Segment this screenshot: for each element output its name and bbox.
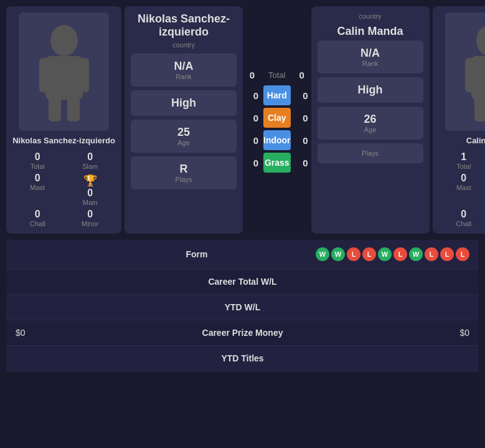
right-total-box: 1 Total — [439, 151, 485, 170]
court-row-indoor: 0 Indoor 0 — [246, 130, 308, 150]
indoor-left-score: 0 — [246, 135, 258, 146]
grass-button[interactable]: Grass — [263, 153, 291, 173]
left-main-label: Main — [83, 199, 98, 206]
ytd-wl-label: YTD W/L — [16, 302, 469, 312]
left-mast-label: Mast — [12, 184, 63, 191]
court-row-grass: 0 Grass 0 — [246, 153, 308, 173]
indoor-button[interactable]: Indoor — [263, 130, 291, 150]
form-badge-l: L — [362, 247, 376, 261]
right-mast-value: 0 — [439, 173, 485, 184]
right-mast-box: 0 Mast — [439, 173, 485, 206]
right-level-box: High — [318, 77, 423, 103]
clay-button[interactable]: Clay — [263, 108, 291, 128]
left-player-name: Nikolas Sanchez-izquierdo — [12, 136, 115, 145]
career-prize-row: $0 Career Prize Money $0 — [6, 320, 479, 346]
left-chall-box: 0 Chall — [12, 209, 63, 227]
hard-right-score: 0 — [296, 90, 308, 101]
svg-rect-5 — [67, 97, 80, 122]
form-row: Form WWLLWLWLLL — [6, 240, 479, 269]
svg-rect-3 — [78, 58, 89, 92]
left-player-card: Nikolas Sanchez-izquierdo 0 Total 0 Slam… — [6, 6, 121, 234]
form-badge-l: L — [425, 247, 438, 261]
right-total-value: 1 — [439, 151, 485, 163]
right-chall-label: Chall — [439, 220, 485, 227]
left-total-box: 0 Total — [12, 151, 63, 170]
left-chall-value: 0 — [12, 209, 63, 220]
left-minor-value: 0 — [65, 209, 116, 220]
right-rank-box: N/A Rank — [318, 41, 423, 74]
right-chall-box: 0 Chall — [439, 209, 485, 227]
svg-rect-4 — [49, 97, 61, 122]
left-mast-value: 0 — [12, 173, 63, 184]
left-slam-box: 0 Slam — [65, 151, 116, 170]
right-player-card: Calin Manda 1 Total 0 Slam 0 Mast 🏆 — [433, 6, 485, 234]
left-age-value: 25 — [137, 126, 230, 139]
left-mast-box: 0 Mast — [12, 173, 63, 206]
left-slam-value: 0 — [65, 151, 116, 163]
left-info-panel: Nikolas Sanchez-izquierdo country N/A Ra… — [125, 6, 243, 234]
left-trophy-box: 🏆 0 Main — [65, 173, 116, 206]
court-row-clay: 0 Clay 0 — [246, 108, 308, 128]
right-age-label: Age — [324, 126, 417, 133]
left-age-label: Age — [137, 139, 230, 146]
svg-point-0 — [50, 25, 78, 56]
form-badge-w: W — [378, 247, 392, 261]
left-rank-box: N/A Rank — [131, 54, 237, 87]
bottom-stats: Form WWLLWLWLLL Career Total W/L YTD W/L… — [6, 240, 479, 371]
right-plays-box: Plays — [318, 143, 423, 163]
left-level-box: High — [131, 90, 237, 116]
left-slam-label: Slam — [65, 163, 116, 170]
left-trophy-icon: 🏆 — [83, 174, 97, 188]
form-badges: WWLLWLWLLL — [316, 247, 469, 261]
left-plays-label: Plays — [137, 176, 230, 183]
hard-button[interactable]: Hard — [263, 85, 291, 105]
svg-rect-2 — [39, 58, 50, 92]
form-badge-l: L — [456, 247, 469, 261]
left-age-box: 25 Age — [131, 120, 237, 153]
svg-rect-10 — [474, 97, 485, 122]
ytd-titles-row: YTD Titles — [6, 346, 479, 371]
right-mast-label: Mast — [439, 184, 485, 191]
total-row: 0 Total 0 — [246, 67, 308, 83]
right-chall-value: 0 — [439, 209, 485, 220]
form-badge-w: W — [409, 247, 423, 261]
ytd-wl-row: YTD W/L — [6, 295, 479, 320]
right-stats-grid: 1 Total 0 Slam 0 Mast 🏆 — [439, 151, 485, 227]
left-plays-box: R Plays — [131, 156, 237, 189]
right-country: country — [359, 12, 382, 20]
svg-rect-1 — [45, 56, 83, 100]
right-player-name: Calin Manda — [466, 136, 485, 145]
form-badge-w: W — [316, 247, 329, 261]
form-badge-w: W — [331, 247, 345, 261]
ytd-titles-label: YTD Titles — [16, 353, 469, 363]
clay-left-score: 0 — [246, 113, 258, 123]
court-section: 0 Total 0 0 Hard 0 0 Clay 0 0 Indoor 0 — [246, 6, 308, 234]
total-left-score: 0 — [246, 70, 258, 80]
clay-right-score: 0 — [296, 113, 308, 123]
top-section: Nikolas Sanchez-izquierdo 0 Total 0 Slam… — [6, 6, 479, 234]
right-player-silhouette — [465, 22, 485, 122]
indoor-right-score: 0 — [296, 135, 308, 146]
left-player-avatar — [19, 12, 109, 131]
right-career-prize: $0 — [407, 328, 469, 338]
svg-point-6 — [476, 25, 485, 56]
left-level-value: High — [137, 97, 230, 110]
left-player-silhouette — [39, 22, 89, 122]
form-badge-l: L — [347, 247, 360, 261]
left-stats-grid: 0 Total 0 Slam 0 Mast 🏆 — [12, 151, 115, 227]
form-badge-l: L — [393, 247, 407, 261]
left-plays-value: R — [137, 163, 230, 176]
left-chall-label: Chall — [12, 220, 63, 227]
left-main-value: 0 — [83, 188, 98, 199]
left-minor-box: 0 Minor — [65, 209, 116, 227]
svg-rect-8 — [465, 58, 476, 92]
main-container: Nikolas Sanchez-izquierdo 0 Total 0 Slam… — [0, 0, 485, 378]
right-plays-label: Plays — [324, 150, 417, 157]
right-player-avatar — [445, 12, 485, 131]
left-country: country — [172, 41, 195, 49]
total-label: Total — [258, 70, 296, 80]
right-age-value: 26 — [324, 113, 417, 126]
form-label: Form — [78, 249, 316, 259]
hard-left-score: 0 — [246, 90, 258, 101]
court-row-hard: 0 Hard 0 — [246, 85, 308, 105]
